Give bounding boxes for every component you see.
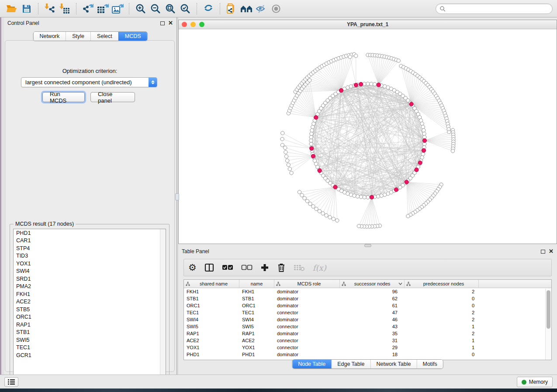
table-row[interactable]: SWI4SWI4dominator462	[184, 316, 551, 323]
network-node[interactable]	[366, 196, 370, 199]
network-node[interactable]	[298, 190, 301, 194]
table-cell[interactable]: TEC1	[184, 310, 239, 315]
search-input[interactable]	[446, 6, 549, 12]
table-row[interactable]: ORC1ORC1dominator610	[184, 302, 551, 309]
mcds-result-item[interactable]: TID3	[14, 252, 166, 260]
settings-gear-icon[interactable]: ⚙	[188, 261, 197, 274]
table-cell[interactable]: RAP1	[239, 331, 274, 336]
task-history-button[interactable]	[4, 377, 18, 387]
table-cell[interactable]: 1	[405, 345, 479, 350]
network-node[interactable]	[300, 193, 304, 197]
mcds-hub-node[interactable]	[333, 185, 337, 189]
table-cell[interactable]: STB1	[239, 296, 274, 301]
network-node[interactable]	[303, 196, 306, 200]
network-node[interactable]	[336, 219, 339, 222]
vertical-splitter-grip[interactable]	[175, 193, 179, 200]
mcds-result-item[interactable]: CAR1	[14, 237, 166, 245]
refresh-icon[interactable]	[201, 2, 216, 15]
import-table-icon[interactable]	[57, 2, 72, 15]
table-cell[interactable]: 0	[405, 303, 479, 308]
table-cell[interactable]: 31	[340, 338, 405, 343]
delete-row-icon[interactable]	[277, 261, 286, 274]
float-panel-icon[interactable]	[160, 21, 165, 25]
table-cell[interactable]: dominator	[274, 331, 340, 336]
table-row[interactable]: FKH1FKH1dominator962	[184, 288, 551, 295]
table-cell[interactable]: 29	[340, 345, 405, 350]
network-node[interactable]	[308, 202, 312, 206]
table-cell[interactable]: SWI4	[239, 317, 274, 322]
import-network-icon[interactable]	[42, 2, 57, 15]
table-cell[interactable]: 18	[340, 352, 405, 357]
network-node[interactable]	[363, 196, 366, 199]
network-node[interactable]	[359, 195, 363, 199]
mcds-result-item[interactable]: GCR1	[14, 351, 166, 359]
table-cell[interactable]: 35	[340, 331, 405, 336]
mcds-result-item[interactable]: PHD1	[14, 229, 166, 237]
zoom-fit-icon[interactable]	[163, 2, 178, 15]
table-cell[interactable]: dominator	[274, 303, 340, 308]
show-all-icon[interactable]	[269, 2, 284, 15]
network-node[interactable]	[309, 135, 313, 139]
new-network-from-selection-icon[interactable]	[224, 2, 239, 15]
table-cell[interactable]: 96	[340, 289, 405, 294]
network-node[interactable]	[287, 163, 290, 166]
table-cell[interactable]: 1	[405, 338, 479, 343]
table-cell[interactable]: 0	[405, 296, 479, 301]
network-node[interactable]	[280, 137, 284, 141]
mcds-hub-node[interactable]	[394, 188, 398, 192]
mcds-result-item[interactable]: YOX1	[14, 260, 166, 268]
zoom-selected-icon[interactable]	[178, 2, 193, 15]
table-cell[interactable]: SWI5	[239, 324, 274, 329]
table-row[interactable]: ACE2ACE2connector311	[184, 337, 551, 344]
mcds-result-list[interactable]: PHD1CAR1STP4TID3YOX1SWI4SRD1PMA2FKH1ACE2…	[13, 229, 166, 381]
mcds-result-item[interactable]: STB1	[14, 329, 166, 337]
network-node[interactable]	[397, 59, 400, 62]
tab-mcds[interactable]: MCDS	[118, 32, 147, 41]
mcds-result-item[interactable]: PMA2	[14, 283, 166, 291]
network-node[interactable]	[288, 167, 291, 171]
mcds-hub-node[interactable]	[370, 195, 374, 199]
memory-button[interactable]: Memory	[517, 377, 553, 387]
network-node[interactable]	[310, 128, 314, 132]
mcds-hub-node[interactable]	[415, 168, 419, 172]
close-panel-button[interactable]: Close panel	[90, 92, 135, 102]
table-cell[interactable]: connector	[274, 310, 340, 315]
export-network-icon[interactable]	[80, 2, 95, 15]
tab-network[interactable]: Network	[33, 32, 66, 41]
table-cell[interactable]: RAP1	[184, 331, 239, 336]
table-cell[interactable]: 47	[340, 310, 405, 315]
tab-style[interactable]: Style	[66, 32, 90, 41]
table-cell[interactable]: FKH1	[239, 289, 274, 294]
column-header-predecessor-nodes[interactable]: predecessor nodes	[405, 280, 479, 288]
mcds-hub-node[interactable]	[409, 102, 413, 106]
mcds-result-item[interactable]: SWI4	[14, 268, 166, 275]
table-cell[interactable]: ACE2	[184, 338, 239, 343]
network-node[interactable]	[325, 213, 328, 217]
mcds-result-item[interactable]: RAP1	[14, 321, 166, 329]
network-node[interactable]	[370, 82, 373, 86]
mcds-result-item[interactable]: ACE2	[14, 298, 166, 306]
table-cell[interactable]: PHD1	[239, 352, 274, 357]
network-node[interactable]	[318, 210, 321, 213]
table-cell[interactable]: ACE2	[239, 338, 274, 343]
network-node[interactable]	[451, 149, 454, 153]
mcds-hub-node[interactable]	[318, 168, 322, 172]
mcds-result-item[interactable]: TEC1	[14, 344, 166, 352]
result-list-scrollbar[interactable]	[160, 229, 166, 381]
table-cell[interactable]: SWI5	[184, 324, 239, 329]
network-node[interactable]	[328, 215, 332, 219]
mcds-result-item[interactable]: FKH1	[14, 290, 166, 298]
network-node[interactable]	[284, 146, 287, 149]
mcds-result-item[interactable]: SWI5	[14, 336, 166, 344]
network-node[interactable]	[309, 139, 313, 142]
network-node[interactable]	[308, 79, 311, 82]
table-cell[interactable]: connector	[274, 338, 340, 343]
mcds-hub-node[interactable]	[418, 161, 422, 165]
tab-node-table[interactable]: Node Table	[292, 360, 331, 368]
zoom-in-icon[interactable]	[133, 2, 148, 15]
table-row[interactable]: RAP1RAP1dominator352	[184, 330, 551, 337]
table-cell[interactable]: 0	[405, 352, 479, 357]
export-image-icon[interactable]	[110, 2, 125, 15]
table-row[interactable]: YOX1YOX1connector291	[184, 344, 551, 351]
network-node[interactable]	[285, 159, 289, 162]
